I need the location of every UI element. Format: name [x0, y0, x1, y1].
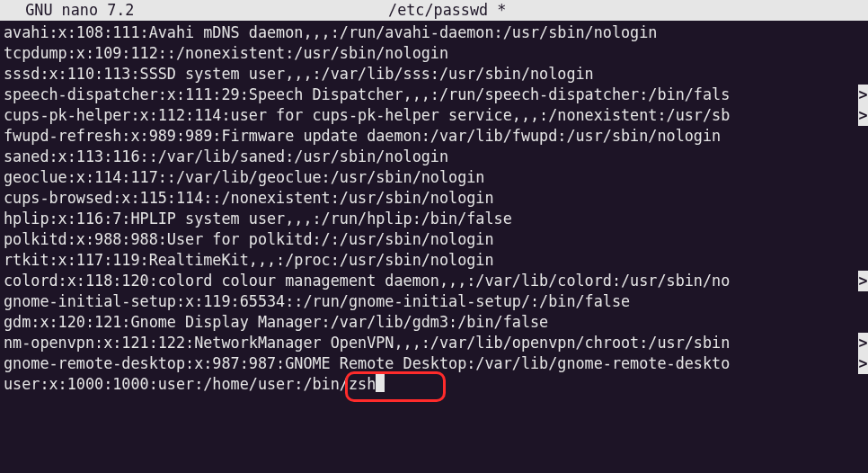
file-line[interactable]: gnome-remote-desktop:x:987:987:GNOME Rem… [4, 353, 868, 374]
line-text: cups-browsed:x:115:114::/nonexistent:/us… [4, 188, 494, 209]
file-line[interactable]: user:x:1000:1000:user:/home/user:/bin/zs… [4, 374, 868, 395]
file-line[interactable]: cups-browsed:x:115:114::/nonexistent:/us… [4, 188, 868, 209]
title-bar: GNU nano 7.2 /etc/passwd * [0, 0, 868, 21]
file-line[interactable]: colord:x:118:120:colord colour managemen… [4, 271, 868, 291]
file-line[interactable]: cups-pk-helper:x:112:114:user for cups-p… [4, 105, 868, 126]
line-text: rtkit:x:117:119:RealtimeKit,,,:/proc:/us… [4, 250, 494, 271]
file-line[interactable]: geoclue:x:114:117::/var/lib/geoclue:/usr… [4, 167, 868, 188]
file-line[interactable]: hplip:x:116:7:HPLIP system user,,,:/run/… [4, 209, 868, 229]
file-line[interactable]: tcpdump:x:109:112::/nonexistent:/usr/sbi… [4, 43, 868, 64]
file-line[interactable]: speech-dispatcher:x:111:29:Speech Dispat… [4, 85, 868, 105]
nano-editor[interactable]: GNU nano 7.2 /etc/passwd * avahi:x:108:1… [0, 0, 868, 473]
truncation-indicator: > [858, 105, 868, 126]
file-line[interactable]: polkitd:x:988:988:User for polkitd:/:/us… [4, 229, 868, 250]
line-text: nm-openvpn:x:121:122:NetworkManager Open… [4, 333, 730, 353]
file-content[interactable]: avahi:x:108:111:Avahi mDNS daemon,,,:/ru… [0, 21, 868, 395]
line-text: geoclue:x:114:117::/var/lib/geoclue:/usr… [4, 167, 484, 188]
file-line[interactable]: avahi:x:108:111:Avahi mDNS daemon,,,:/ru… [4, 22, 868, 43]
line-text: sssd:x:110:113:SSSD system user,,,:/var/… [4, 64, 594, 85]
line-text: cups-pk-helper:x:112:114:user for cups-p… [4, 105, 730, 126]
file-line[interactable]: gnome-initial-setup:x:119:65534::/run/gn… [4, 291, 868, 312]
line-text: hplip:x:116:7:HPLIP system user,,,:/run/… [4, 209, 512, 229]
file-line[interactable]: gdm:x:120:121:Gnome Display Manager:/var… [4, 312, 868, 333]
file-line[interactable]: fwupd-refresh:x:989:989:Firmware update … [4, 126, 868, 147]
file-name: /etc/passwd * [134, 0, 760, 21]
text-cursor [376, 374, 385, 392]
line-text: speech-dispatcher:x:111:29:Speech Dispat… [4, 85, 730, 105]
line-text: user:x:1000:1000:user:/home/user:/bin/zs… [4, 374, 376, 395]
truncation-indicator: > [858, 333, 868, 353]
truncation-indicator: > [858, 271, 868, 291]
line-text: fwupd-refresh:x:989:989:Firmware update … [4, 126, 721, 147]
line-text: saned:x:113:116::/var/lib/saned:/usr/sbi… [4, 147, 448, 167]
line-text: polkitd:x:988:988:User for polkitd:/:/us… [4, 229, 494, 250]
file-line[interactable]: rtkit:x:117:119:RealtimeKit,,,:/proc:/us… [4, 250, 868, 271]
line-text: gnome-initial-setup:x:119:65534::/run/gn… [4, 291, 630, 312]
truncation-indicator: > [858, 353, 868, 374]
app-name: GNU nano 7.2 [0, 0, 134, 21]
file-line[interactable]: nm-openvpn:x:121:122:NetworkManager Open… [4, 333, 868, 353]
line-text: gdm:x:120:121:Gnome Display Manager:/var… [4, 312, 548, 333]
file-line[interactable]: sssd:x:110:113:SSSD system user,,,:/var/… [4, 64, 868, 85]
truncation-indicator: > [858, 85, 868, 105]
line-text: tcpdump:x:109:112::/nonexistent:/usr/sbi… [4, 43, 448, 64]
file-line[interactable]: saned:x:113:116::/var/lib/saned:/usr/sbi… [4, 147, 868, 167]
line-text: gnome-remote-desktop:x:987:987:GNOME Rem… [4, 353, 730, 374]
line-text: avahi:x:108:111:Avahi mDNS daemon,,,:/ru… [4, 22, 657, 43]
line-text: colord:x:118:120:colord colour managemen… [4, 271, 730, 291]
